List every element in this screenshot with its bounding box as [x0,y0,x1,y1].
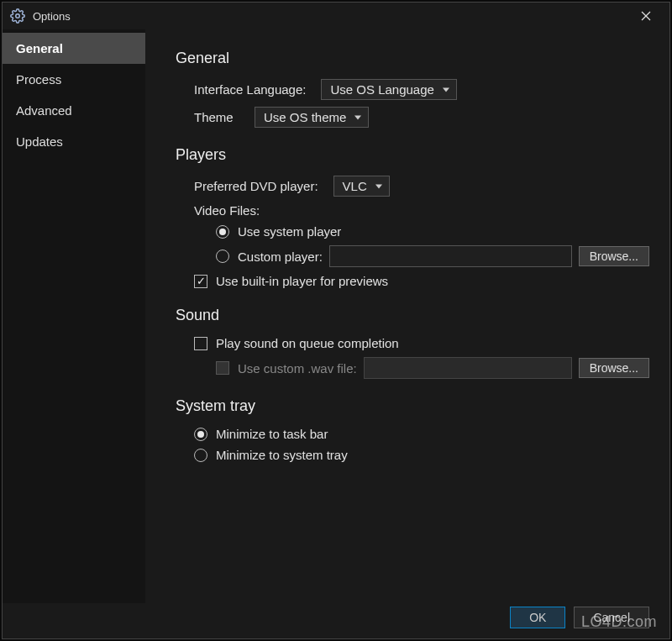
section-general: General Interface Language: Use OS Langu… [176,50,649,128]
options-window: Options General Process Advanced Updates… [2,2,670,639]
checkbox-play-sound[interactable]: Play sound on queue completion [194,336,399,350]
checkbox-custom-wav[interactable]: Use custom .wav file: [216,361,357,376]
checkbox-builtin-preview[interactable]: Use built-in player for previews [194,274,388,288]
sidebar-item-general[interactable]: General [3,33,145,64]
section-heading-general: General [176,50,649,67]
row-dvd-player: Preferred DVD player: VLC [176,176,649,197]
dvd-label: Preferred DVD player: [194,179,318,193]
row-play-sound: Play sound on queue completion [176,336,649,350]
content-pane: General Interface Language: Use OS Langu… [145,29,669,603]
radio-icon [216,250,229,263]
sidebar-item-advanced[interactable]: Advanced [3,95,145,126]
radio-icon [194,428,207,441]
sidebar-item-label: General [16,41,63,55]
radio-system-player[interactable]: Use system player [216,224,341,239]
radio-label: Use system player [238,224,341,239]
radio-minimize-taskbar[interactable]: Minimize to task bar [194,427,328,441]
row-radio-taskbar: Minimize to task bar [176,427,649,441]
sidebar-item-label: Updates [16,134,63,149]
theme-select[interactable]: Use OS theme [255,107,369,128]
radio-icon [216,225,229,239]
language-select[interactable]: Use OS Language [321,79,456,100]
browse-custom-player-button[interactable]: Browse... [579,246,649,266]
video-files-label: Video Files: [194,203,260,218]
checkbox-label: Play sound on queue completion [216,336,399,350]
row-radio-custom-player: Custom player: Browse... [176,245,649,267]
checkbox-icon [216,361,229,375]
select-value: Use OS theme [264,110,346,124]
row-builtin-preview: Use built-in player for previews [176,274,649,288]
row-theme: Theme Use OS theme [176,107,649,128]
section-heading-players: Players [176,146,649,164]
row-custom-wav: Use custom .wav file: Browse... [176,357,649,379]
checkbox-label: Use custom .wav file: [238,361,357,376]
sidebar: General Process Advanced Updates [3,29,145,603]
section-sound: Sound Play sound on queue completion Use… [176,307,649,379]
theme-label: Theme [194,110,239,124]
dvd-select[interactable]: VLC [333,176,390,197]
gear-icon [9,8,26,24]
window-title: Options [33,10,629,23]
browse-wav-button[interactable]: Browse... [579,358,649,378]
radio-icon [194,449,207,462]
sidebar-item-process[interactable]: Process [3,64,145,95]
custom-wav-input[interactable] [364,357,572,379]
footer: OK Cancel [3,603,669,638]
checkbox-icon [194,275,207,288]
row-video-files-label: Video Files: [176,203,649,218]
close-icon [641,11,651,21]
ok-button[interactable]: OK [510,607,565,628]
language-label: Interface Language: [194,82,306,97]
radio-label: Minimize to system tray [216,448,348,462]
section-heading-systray: System tray [176,397,649,415]
window-body: General Process Advanced Updates General… [3,29,669,603]
custom-player-input[interactable] [329,245,572,267]
select-value: VLC [343,179,367,193]
radio-label: Custom player: [238,250,323,264]
cancel-button[interactable]: Cancel [574,607,649,628]
radio-minimize-tray[interactable]: Minimize to system tray [194,448,348,462]
checkbox-label: Use built-in player for previews [216,274,388,288]
section-heading-sound: Sound [176,307,649,324]
radio-custom-player[interactable]: Custom player: [216,250,323,264]
titlebar: Options [3,3,669,29]
section-players: Players Preferred DVD player: VLC Video … [176,146,649,288]
sidebar-item-label: Process [16,72,61,87]
sidebar-item-updates[interactable]: Updates [3,126,145,157]
radio-label: Minimize to task bar [216,427,328,441]
section-systray: System tray Minimize to task bar Minimiz… [176,397,649,462]
row-radio-system-player: Use system player [176,224,649,239]
close-button[interactable] [629,4,663,28]
select-value: Use OS Language [330,82,433,97]
sidebar-item-label: Advanced [16,103,72,118]
row-radio-tray: Minimize to system tray [176,448,649,462]
svg-point-0 [16,14,20,18]
checkbox-icon [194,337,207,350]
row-language: Interface Language: Use OS Language [176,79,649,100]
